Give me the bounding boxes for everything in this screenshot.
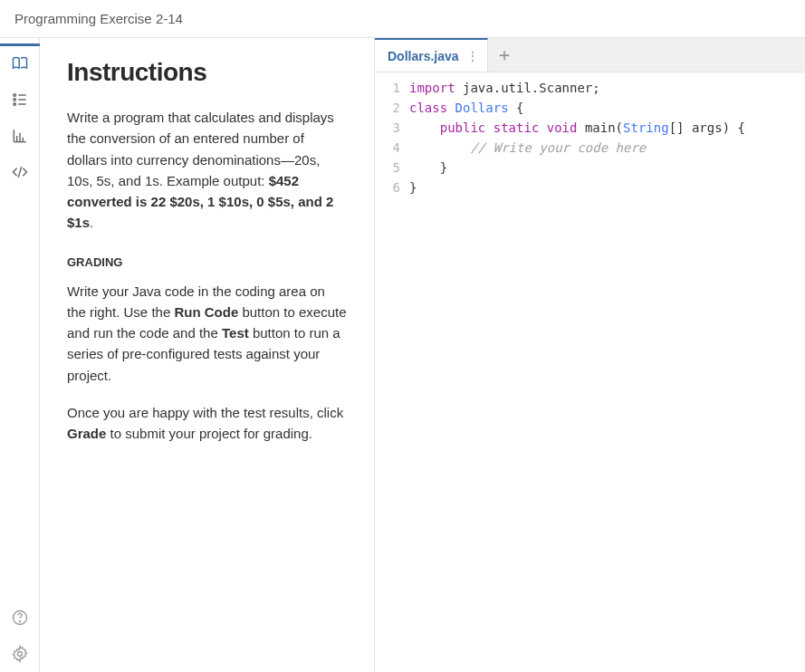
left-rail [0,38,40,672]
svg-point-2 [13,99,14,101]
code-line[interactable]: import java.util.Scanner; [409,78,805,98]
line-number: 1 [375,78,400,98]
svg-point-13 [19,621,20,622]
gear-icon [11,645,29,663]
code-icon [10,163,30,181]
page-title: Programming Exercise 2-14 [14,11,183,26]
code-line[interactable]: } [409,158,805,178]
grading-label: GRADING [67,254,347,272]
tab-bar: Dollars.java ⋮ ＋ [375,38,805,72]
book-icon [11,54,29,72]
code-line[interactable]: public static void main(String[] args) { [409,118,805,138]
rail-settings-button[interactable] [0,636,40,672]
instructions-para-2: Write your Java code in the coding area … [67,281,347,386]
code-line[interactable]: class Dollars { [409,98,805,118]
line-number: 2 [375,98,400,118]
rail-help-button[interactable] [0,600,40,636]
para3-a: Once you are happy with the test results… [67,405,343,420]
instructions-panel: Instructions Write a program that calcul… [40,38,375,672]
rail-list-button[interactable] [0,82,40,118]
line-number: 4 [375,138,400,158]
app-root: Programming Exercise 2-14 I [0,0,805,672]
main-area: Instructions Write a program that calcul… [0,37,805,672]
help-icon [11,609,29,627]
svg-point-4 [13,103,14,106]
para3-b: Grade [67,426,106,441]
line-number: 5 [375,158,400,178]
para2-d: Test [222,325,249,341]
code-lines[interactable]: import java.util.Scanner; class Dollars … [409,78,805,672]
line-number: 3 [375,118,400,138]
para2-b: Run Code [174,304,238,320]
code-area[interactable]: 1 2 3 4 5 6 import java.util.Scanner; cl… [375,72,805,672]
rail-book-button[interactable] [0,45,40,82]
tab-label: Dollars.java [388,49,459,63]
editor-panel: Dollars.java ⋮ ＋ 1 2 3 4 5 6 import java… [375,38,805,672]
rail-chart-button[interactable] [0,118,40,154]
title-bar: Programming Exercise 2-14 [0,0,805,37]
line-number-gutter: 1 2 3 4 5 6 [375,78,409,672]
chart-icon [11,127,29,145]
instructions-para-3: Once you are happy with the test results… [67,402,347,445]
svg-point-0 [13,94,14,97]
svg-line-11 [18,167,21,178]
code-line[interactable]: // Write your code here [409,138,805,158]
plus-icon: ＋ [495,43,513,67]
list-icon [11,91,29,109]
tab-more-icon[interactable]: ⋮ [466,49,478,63]
para3-c: to submit your project for grading. [106,426,312,441]
tab-dollars[interactable]: Dollars.java ⋮ [375,38,488,72]
instructions-heading: Instructions [67,58,347,87]
line-number: 6 [375,178,400,197]
rail-code-button[interactable] [0,154,40,190]
para1-post: . [90,215,93,230]
code-line[interactable]: } [409,178,805,197]
instructions-para-1: Write a program that calculates and disp… [67,107,347,234]
svg-point-14 [17,652,22,657]
new-tab-button[interactable]: ＋ [488,38,521,72]
